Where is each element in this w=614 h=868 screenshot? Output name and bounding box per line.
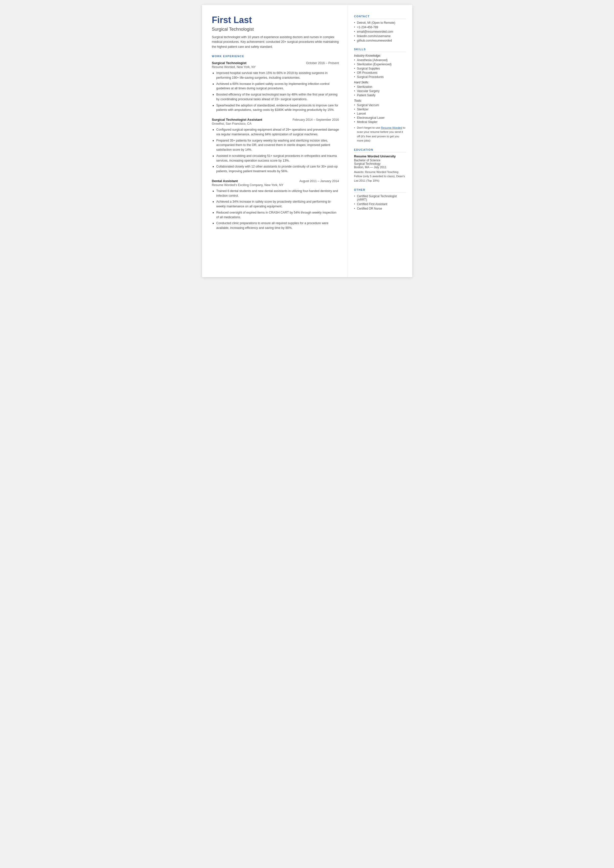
summary-text: Surgical technologist with 10 years of e… [212,35,339,49]
job-dates-1: October 2016 – Present [306,61,339,65]
job-title-header: Surgical Technologist [212,27,339,32]
other-item-1: Certified Surgical Technologist (ARRT) [354,194,406,202]
skill-tool-5: Medical Stapler [354,120,406,124]
job-block-3: Dental Assistant August 2011 – January 2… [212,179,339,230]
work-experience-title: WORK EXPERIENCE [212,55,339,59]
job-header-1: Surgical Technologist October 2016 – Pre… [212,61,339,65]
bullet-1-2: Achieved a 60% increase in patient safet… [212,82,339,91]
skills-industry-list: Anesthesia (Advanced) Sterilization (Exp… [354,58,406,79]
contact-list: Detroit, MI (Open to Remote) +1-234-456-… [354,21,406,42]
edu-awards: Awards: Resume Worded Teaching Fellow (o… [354,170,406,183]
bullet-1-1: Improved hospital survival rate from 15%… [212,71,339,80]
skills-tools-list: Surgical Vaccum Sterilizer Lancet Electr… [354,103,406,124]
left-column: First Last Surgical Technologist Surgica… [202,5,348,277]
skill-tool-1: Surgical Vaccum [354,103,406,107]
contact-section: CONTACT Detroit, MI (Open to Remote) +1-… [354,15,406,42]
job-block-1: Surgical Technologist October 2016 – Pre… [212,61,339,112]
bullet-3-3: Reduced oversight of expired items in CR… [212,210,339,220]
skills-title: SKILLS [354,48,406,52]
job-company-2: Growthsi, San Francisco, CA [212,122,339,126]
skill-tool-2: Sterilizer [354,108,406,111]
bullet-3-1: Trained 6 dental students and new dental… [212,189,339,198]
promo-text: Don't forget to use Resume Worded to sca… [354,126,406,143]
job-bullets-1: Improved hospital survival rate from 15%… [212,71,339,112]
job-title-3: Dental Assistant [212,179,238,183]
job-dates-3: August 2011 – January 2014 [299,179,339,183]
bullet-1-3: Boosted efficiency of the surgical techn… [212,92,339,102]
bullet-2-3: Assisted in scrubbing and circulating 51… [212,154,339,163]
edu-degree: Bachelor of Science [354,158,406,162]
resume-page: First Last Surgical Technologist Surgica… [202,5,412,277]
other-title: OTHER [354,188,406,193]
other-section: OTHER Certified Surgical Technologist (A… [354,188,406,210]
edu-field: Surgical Technology [354,162,406,166]
job-bullets-3: Trained 6 dental students and new dental… [212,189,339,230]
skill-tool-3: Lancet [354,112,406,115]
job-block-2: Surgical Technologist Assistant February… [212,118,339,174]
skill-industry-4: OR Procedures [354,71,406,75]
education-section: EDUCATION Resume Worded University Bache… [354,148,406,183]
other-item-3: Certified OR Nurse [354,207,406,210]
promo-link[interactable]: Resume Worded [381,126,402,129]
skills-section: SKILLS Industry Knowledge: Anesthesia (A… [354,48,406,143]
job-header-3: Dental Assistant August 2011 – January 2… [212,179,339,183]
skill-industry-1: Anesthesia (Advanced) [354,58,406,62]
skill-tool-4: Electrosurgical Laser [354,116,406,120]
job-company-3: Resume Worded's Exciting Company, New Yo… [212,183,339,187]
contact-item-5: github.com/resumeworded [354,39,406,42]
bullet-2-4: Collaborated closely with 12 other assis… [212,164,339,174]
skill-industry-3: Surgical Supplies [354,67,406,70]
skill-hard-2: Vascular Surgery [354,89,406,93]
skill-hard-1: Sterilization [354,85,406,89]
education-title: EDUCATION [354,148,406,152]
contact-item-4: linkedin.com/in/username [354,34,406,38]
edu-school: Resume Worded University [354,154,406,158]
work-experience-section: WORK EXPERIENCE Surgical Technologist Oc… [212,55,339,230]
contact-item-2: +1-234-456-789 [354,25,406,29]
bullet-3-2: Achieved a 34% increase in safety score … [212,199,339,209]
contact-item-1: Detroit, MI (Open to Remote) [354,21,406,25]
job-title-2: Surgical Technologist Assistant [212,118,262,121]
other-list: Certified Surgical Technologist (ARRT) C… [354,194,406,210]
other-item-2: Certified First Assistant [354,202,406,206]
skill-industry-5: Surgical Procedures [354,75,406,79]
job-bullets-2: Configured surgical operating equipment … [212,127,339,174]
right-column: CONTACT Detroit, MI (Open to Remote) +1-… [348,5,412,277]
job-dates-2: February 2014 – September 2016 [293,118,339,121]
job-company-1: Resume Worded, New York, NY [212,65,339,69]
contact-title: CONTACT [354,15,406,19]
skills-hard-list: Sterilization Vascular Surgery Patient S… [354,85,406,97]
job-title-1: Surgical Technologist [212,61,247,65]
full-name: First Last [212,15,339,25]
skills-industry-label: Industry Knowledge: [354,54,406,57]
bullet-2-2: Prepared 35+ patients for surgery weekly… [212,138,339,152]
bullet-3-4: Conducted clinic preparations to ensure … [212,221,339,230]
edu-location-date: Boston, MA — July 2011 [354,166,406,169]
skill-industry-2: Sterilization (Experienced) [354,63,406,66]
bullet-2-1: Configured surgical operating equipment … [212,127,339,137]
skills-hard-label: Hard Skills: [354,81,406,84]
skill-hard-3: Patient Satefy [354,93,406,97]
skills-tools-label: Tools: [354,99,406,102]
job-header-2: Surgical Technologist Assistant February… [212,118,339,121]
contact-item-3: email@resumeworded.com [354,30,406,33]
bullet-1-4: Spearheaded the adoption of standardized… [212,103,339,113]
